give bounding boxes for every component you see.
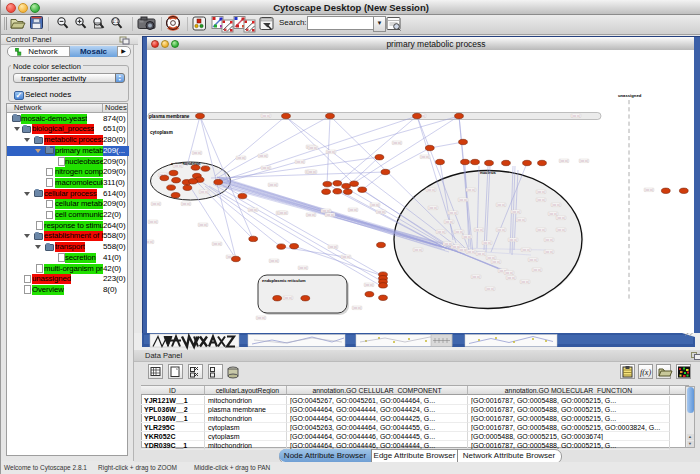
svg-text:(xxx xx): (xxx xx) xyxy=(371,203,380,207)
svg-text:(xxx xx): (xxx xx) xyxy=(467,188,476,192)
svg-text:(xxx xx): (xxx xx) xyxy=(270,259,279,263)
svg-text:endoplasmic reticulum: endoplasmic reticulum xyxy=(262,278,306,283)
svg-text:(xxx xx): (xxx xx) xyxy=(533,268,542,272)
svg-text:(xxx xx): (xxx xx) xyxy=(521,280,530,284)
svg-text:(xxx xx): (xxx xx) xyxy=(509,238,518,242)
svg-text:(xxx xx): (xxx xx) xyxy=(549,212,558,216)
svg-text:(xxx xx): (xxx xx) xyxy=(262,166,271,170)
svg-text:(xxx xx): (xxx xx) xyxy=(537,228,546,232)
svg-text:(xxx xx): (xxx xx) xyxy=(322,209,331,213)
svg-text:(xxx xx): (xxx xx) xyxy=(307,213,316,217)
svg-text:unassigned: unassigned xyxy=(618,93,642,98)
svg-text:(xxx xx): (xxx xx) xyxy=(537,190,546,194)
svg-text:f(x): f(x) xyxy=(640,368,651,377)
svg-text:(xxx xx): (xxx xx) xyxy=(174,164,183,168)
svg-text:(xxx xx): (xxx xx) xyxy=(377,210,386,214)
svg-text:(xxx xx): (xxx xx) xyxy=(429,206,438,210)
svg-text:(xxx xx): (xxx xx) xyxy=(257,316,266,320)
svg-text:(xxx xx): (xxx xx) xyxy=(505,271,514,275)
svg-text:(xxx xx): (xxx xx) xyxy=(193,151,202,155)
svg-text:(xxx xx): (xxx xx) xyxy=(393,141,402,145)
svg-text:(xxx xx): (xxx xx) xyxy=(213,242,222,246)
svg-text:(xxx xx): (xxx xx) xyxy=(309,146,318,150)
svg-text:(xxx xx): (xxx xx) xyxy=(199,223,208,227)
svg-text:(xxx xx): (xxx xx) xyxy=(445,220,454,224)
svg-text:(xxx xx): (xxx xx) xyxy=(545,238,554,242)
svg-text:(xxx xx): (xxx xx) xyxy=(455,230,464,234)
svg-text:(xxx xx): (xxx xx) xyxy=(557,216,566,220)
svg-text:(xxx xx): (xxx xx) xyxy=(279,211,288,215)
svg-text:(xxx xx): (xxx xx) xyxy=(353,306,362,310)
svg-text:(xxx xx): (xxx xx) xyxy=(342,255,351,259)
svg-text:(xxx xx): (xxx xx) xyxy=(580,159,589,163)
svg-text:(xxx xx): (xxx xx) xyxy=(329,245,338,249)
svg-text:(xxx xx): (xxx xx) xyxy=(349,208,358,212)
svg-text:(xxx xx): (xxx xx) xyxy=(560,159,569,163)
svg-text:(xxx xx): (xxx xx) xyxy=(147,240,154,244)
svg-text:(xxx xx): (xxx xx) xyxy=(414,248,423,252)
svg-text:(xxx xx): (xxx xx) xyxy=(237,156,246,160)
svg-text:(xxx xx): (xxx xx) xyxy=(182,202,191,206)
svg-text:(xxx xx): (xxx xx) xyxy=(444,242,453,246)
svg-text:(xxx xx): (xxx xx) xyxy=(262,114,271,118)
svg-text:(xxx xx): (xxx xx) xyxy=(449,211,458,215)
svg-text:(xxx xx): (xxx xx) xyxy=(472,275,481,279)
svg-text:(xxx xx): (xxx xx) xyxy=(487,256,496,260)
svg-text:(xxx xx): (xxx xx) xyxy=(200,190,209,194)
svg-text:(xxx xx): (xxx xx) xyxy=(421,155,430,159)
svg-text:(xxx xx): (xxx xx) xyxy=(522,248,531,252)
svg-text:(xxx xx): (xxx xx) xyxy=(537,198,546,202)
svg-text:(xxx xx): (xxx xx) xyxy=(545,250,554,254)
svg-text:(xxx xx): (xxx xx) xyxy=(467,250,476,254)
svg-text:(xxx xx): (xxx xx) xyxy=(529,258,538,262)
svg-text:(xxx xx): (xxx xx) xyxy=(296,160,305,164)
svg-text:(xxx xx): (xxx xx) xyxy=(259,154,268,158)
svg-text:(xxx xx): (xxx xx) xyxy=(645,188,654,192)
svg-text:(xxx xx): (xxx xx) xyxy=(477,252,486,256)
svg-text:(xxx xx): (xxx xx) xyxy=(284,296,293,300)
svg-text:cytoplasm: cytoplasm xyxy=(150,130,173,135)
svg-text:(xxx xx): (xxx xx) xyxy=(308,170,317,174)
svg-text:(xxx xx): (xxx xx) xyxy=(552,203,561,207)
svg-text:(xxx xx): (xxx xx) xyxy=(497,203,506,207)
svg-text:(xxx xx): (xxx xx) xyxy=(557,228,566,232)
svg-text:(xxx xx): (xxx xx) xyxy=(492,260,501,264)
svg-text:1:1: 1:1 xyxy=(112,19,119,24)
svg-text:(xxx xx): (xxx xx) xyxy=(572,114,581,118)
svg-text:(xxx xx): (xxx xx) xyxy=(512,210,521,214)
svg-text:(xxx xx): (xxx xx) xyxy=(437,230,446,234)
svg-text:(xxx xx): (xxx xx) xyxy=(365,283,374,287)
svg-text:(xxx xx): (xxx xx) xyxy=(486,287,495,291)
svg-text:nucleus: nucleus xyxy=(480,170,496,175)
svg-text:(xxx xx): (xxx xx) xyxy=(475,228,484,232)
svg-text:(xxx xx): (xxx xx) xyxy=(299,266,308,270)
svg-text:(xxx xx): (xxx xx) xyxy=(269,183,278,187)
svg-text:(xxx xx): (xxx xx) xyxy=(463,235,472,239)
svg-text:(xxx xx): (xxx xx) xyxy=(459,198,468,202)
svg-text:(xxx xx): (xxx xx) xyxy=(507,276,516,280)
svg-text:(xxx xx): (xxx xx) xyxy=(326,213,335,217)
svg-text:(xxx xx): (xxx xx) xyxy=(483,241,492,245)
svg-text:(xxx xx): (xxx xx) xyxy=(152,202,161,206)
svg-text:(xxx xx): (xxx xx) xyxy=(149,220,158,224)
svg-text:(xxx xx): (xxx xx) xyxy=(249,208,258,212)
svg-text:plasma membrane: plasma membrane xyxy=(149,114,190,119)
svg-text:(xxx xx): (xxx xx) xyxy=(327,150,336,154)
svg-text:(xxx xx): (xxx xx) xyxy=(427,188,436,192)
svg-text:(xxx xx): (xxx xx) xyxy=(517,218,526,222)
svg-text:(xxx xx): (xxx xx) xyxy=(497,228,506,232)
